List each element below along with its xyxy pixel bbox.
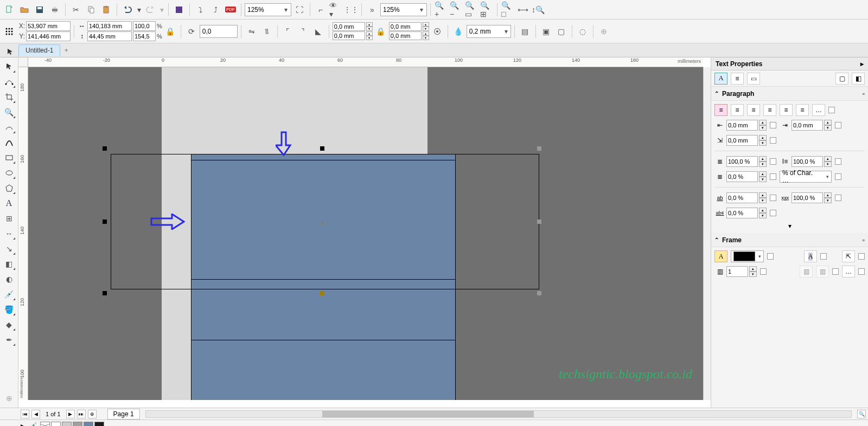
frame-color-combo[interactable]: ▾ <box>731 250 764 262</box>
undo-icon[interactable] <box>120 3 135 17</box>
indent-lock-checkbox[interactable] <box>770 137 776 144</box>
zoom-level-2-input[interactable] <box>383 4 416 15</box>
align-none-icon[interactable]: ≡ <box>714 104 727 116</box>
chevron-down-icon[interactable]: ▾ <box>282 6 290 14</box>
print-icon[interactable] <box>48 3 62 17</box>
align-right-icon[interactable]: ≡ <box>763 104 776 116</box>
frame-link-icon[interactable]: ⇱ <box>842 250 855 262</box>
to-front-icon[interactable]: ▣ <box>539 24 553 38</box>
copy-icon[interactable] <box>84 3 98 17</box>
pick-tool-icon[interactable] <box>3 45 17 59</box>
corner-chamfer-icon[interactable]: ◣ <box>311 24 326 38</box>
table-tool-icon[interactable]: ⊞ <box>2 211 16 225</box>
polygon-tool-icon[interactable] <box>2 181 16 195</box>
zoom-out-icon[interactable]: 🔍− <box>449 3 463 17</box>
first-page-button[interactable]: ⏮ <box>21 410 29 418</box>
quick-customize-toolbox-icon[interactable]: ⊕ <box>2 391 16 405</box>
spacing-lock-checkbox[interactable] <box>770 210 776 216</box>
color-swatch[interactable] <box>94 422 104 427</box>
redo-dropdown-icon[interactable]: ▾ <box>158 3 165 17</box>
lock-ratio-icon[interactable]: 🔒 <box>163 24 177 38</box>
shape-tool-icon[interactable] <box>2 75 16 89</box>
convert-curves-icon[interactable]: ◌ <box>576 24 590 38</box>
combo-lock-checkbox[interactable] <box>835 173 841 180</box>
zoom-selection-icon[interactable]: 🔍▭ <box>464 3 478 17</box>
selection-handle[interactable] <box>537 291 541 295</box>
abc-spacing-input[interactable] <box>726 208 758 218</box>
align-center-icon[interactable]: ≡ <box>747 104 760 116</box>
char-height-combo[interactable]: % of Char. …▾ <box>780 171 832 183</box>
selection-handle[interactable] <box>537 220 541 224</box>
app-launcher-icon[interactable] <box>172 3 186 17</box>
section-options-icon[interactable]: ▫ <box>863 236 865 244</box>
dimension-tool-icon[interactable]: ↔ <box>2 227 16 241</box>
corner-tr-input[interactable] <box>389 22 422 31</box>
chevron-down-icon[interactable]: ▾ <box>758 254 761 259</box>
columns-lock-checkbox[interactable] <box>760 268 767 275</box>
color-swatch[interactable] <box>62 422 72 427</box>
docker-expand-icon[interactable]: ▸ <box>860 60 864 68</box>
mirror-v-icon[interactable]: ⥮ <box>260 24 274 38</box>
open-icon[interactable] <box>17 3 31 17</box>
freehand-tool-icon[interactable] <box>2 120 16 134</box>
spacing-lock-checkbox[interactable] <box>835 195 841 201</box>
wrap-text-icon[interactable]: ▤ <box>518 24 532 38</box>
import-icon[interactable]: ⤵ <box>193 3 207 17</box>
fullscreen-icon[interactable]: ⛶ <box>292 3 307 17</box>
line-spacing-input[interactable] <box>726 156 758 167</box>
zoom-width-icon[interactable]: ⟷ <box>516 3 530 17</box>
collapse-icon[interactable]: ⌃ <box>714 237 719 243</box>
save-icon[interactable] <box>33 3 47 17</box>
zoom-level-1-input[interactable] <box>247 4 280 15</box>
zoom-level-1[interactable]: ▾ <box>245 3 291 16</box>
prev-page-button[interactable]: ◀ <box>31 410 40 418</box>
outline-width[interactable]: ▾ <box>467 25 511 38</box>
height-input[interactable] <box>87 31 132 41</box>
character-mode-icon[interactable]: A <box>714 73 727 85</box>
section-options-icon[interactable]: ▫ <box>863 90 865 98</box>
redo-icon[interactable] <box>143 3 157 17</box>
selection-handle[interactable] <box>320 146 324 151</box>
mirror-h-icon[interactable]: ⇋ <box>245 24 259 38</box>
color-swatch[interactable] <box>51 422 61 427</box>
zoom-tool-shortcut-icon[interactable]: 🔍 <box>857 410 866 418</box>
selection-handle[interactable] <box>537 146 541 151</box>
indent-lock-checkbox[interactable] <box>835 122 841 128</box>
zoom-tool-icon[interactable]: 🔍 <box>2 105 16 119</box>
palette-flyout-icon[interactable]: ▸ <box>21 422 28 427</box>
doc-tab[interactable]: Untitled-1 <box>18 44 60 56</box>
align-more-icon[interactable]: … <box>812 104 825 116</box>
chevron-down-icon[interactable]: ▾ <box>418 6 425 14</box>
columns-lock-checkbox[interactable] <box>832 268 839 275</box>
next-page-button[interactable]: ▶ <box>66 410 75 418</box>
zoom-page-icon[interactable]: 🔍□ <box>501 3 515 17</box>
paragraph-mode-icon[interactable]: ≡ <box>731 73 744 85</box>
object-props-icon[interactable]: ◧ <box>852 73 865 85</box>
rotation-input[interactable] <box>202 26 229 37</box>
frame-lock-checkbox[interactable] <box>820 253 827 260</box>
ab-spacing-input[interactable] <box>726 192 758 203</box>
expand-section-icon[interactable]: ▾ <box>788 222 792 230</box>
eyedropper-icon[interactable]: 💉 <box>2 287 16 301</box>
frame-section-header[interactable]: ⌃Frame▫ <box>711 233 868 247</box>
to-back-icon[interactable]: ▢ <box>554 24 569 38</box>
connector-tool-icon[interactable]: ↘ <box>2 242 16 256</box>
interactive-fill-icon[interactable]: 🪣 <box>2 302 16 317</box>
zoom-level-2[interactable]: ▾ <box>380 3 427 16</box>
ellipse-tool-icon[interactable] <box>2 166 16 180</box>
frame-lock-checkbox[interactable] <box>767 253 774 260</box>
selection-handle[interactable] <box>320 291 324 295</box>
corner-round-icon[interactable]: ⌜ <box>281 24 295 38</box>
width-input[interactable] <box>87 21 132 31</box>
frame-mode-icon[interactable]: ▭ <box>747 73 760 85</box>
corner-bl-input[interactable] <box>333 31 365 40</box>
left-indent-input[interactable] <box>726 120 758 131</box>
relative-corner-icon[interactable]: ⦿ <box>430 24 444 38</box>
paragraph-section-header[interactable]: ⌃Paragraph▫ <box>711 87 868 101</box>
export-icon[interactable]: ⤴ <box>208 3 222 17</box>
columns-lock-checkbox[interactable] <box>858 268 865 275</box>
lang-spacing-input[interactable] <box>726 171 758 182</box>
x-input[interactable] <box>26 21 71 31</box>
cut-icon[interactable]: ✂ <box>69 3 83 17</box>
rectangle-tool-icon[interactable] <box>2 151 16 165</box>
